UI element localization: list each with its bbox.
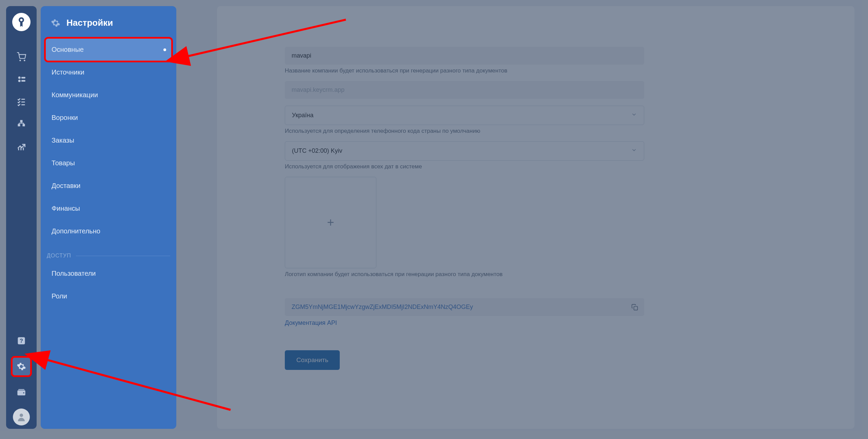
access-section-label: ДОСТУП	[41, 243, 176, 262]
rail-orders-icon[interactable]	[12, 47, 31, 66]
svg-point-3	[18, 77, 21, 79]
settings-form-card: Название компании будет использоваться п…	[217, 6, 854, 429]
settings-item-5[interactable]: Товары	[45, 152, 172, 174]
svg-point-1	[20, 60, 20, 61]
company-name-help: Название компании будет использоваться п…	[285, 67, 644, 74]
chevron-down-icon	[631, 111, 637, 119]
settings-item-7[interactable]: Финансы	[45, 197, 172, 220]
api-key-field	[285, 298, 625, 316]
rail-user-avatar[interactable]	[13, 409, 30, 425]
svg-text:?: ?	[20, 338, 23, 344]
rail-chats-icon[interactable]	[12, 70, 31, 89]
svg-rect-6	[21, 80, 25, 82]
settings-item-8[interactable]: Дополнительно	[45, 220, 172, 243]
chevron-down-icon	[631, 147, 637, 155]
svg-rect-0	[634, 306, 638, 310]
access-item-1[interactable]: Роли	[45, 285, 172, 308]
timezone-select-value: (UTC +02:00) Kyiv	[292, 147, 342, 154]
svg-point-5	[18, 80, 21, 82]
settings-panel-title: Настройки	[66, 18, 113, 28]
logo-upload[interactable]: +	[285, 177, 376, 268]
timezone-select[interactable]: (UTC +02:00) Kyiv	[285, 141, 644, 161]
rail-analytics-icon[interactable]	[12, 137, 31, 156]
main-content: Название компании будет использоваться п…	[183, 6, 854, 429]
company-name-input[interactable]	[285, 47, 644, 65]
settings-item-0[interactable]: Основные	[45, 38, 172, 61]
rail-help-icon[interactable]: ?	[12, 331, 31, 350]
copy-api-key-button[interactable]	[625, 298, 644, 316]
country-help: Используется для определения телефонного…	[285, 128, 644, 134]
settings-items-list: ОсновныеИсточникиКоммуникацииВоронкиЗака…	[41, 38, 176, 243]
settings-item-4[interactable]: Заказы	[45, 129, 172, 152]
save-button[interactable]: Сохранить	[285, 350, 340, 370]
access-items-list: ПользователиРоли	[41, 262, 176, 308]
rail-settings-icon[interactable]	[12, 357, 31, 376]
settings-panel-header: Настройки	[41, 18, 176, 38]
country-select[interactable]: Україна	[285, 106, 644, 125]
svg-rect-4	[21, 77, 25, 79]
rail-wallet-icon[interactable]	[12, 383, 31, 402]
access-item-0[interactable]: Пользователи	[45, 262, 172, 285]
settings-item-3[interactable]: Воронки	[45, 106, 172, 129]
domain-input	[285, 81, 644, 99]
rail-tasks-icon[interactable]	[12, 92, 31, 111]
icon-rail: ?	[6, 6, 37, 429]
svg-rect-11	[18, 124, 20, 126]
copy-icon	[631, 304, 638, 311]
gear-icon	[51, 18, 60, 28]
svg-rect-10	[20, 120, 23, 122]
country-select-value: Україна	[292, 112, 313, 119]
svg-rect-12	[23, 124, 25, 126]
svg-point-2	[24, 60, 25, 61]
api-doc-link[interactable]: Документация API	[285, 319, 337, 327]
settings-item-1[interactable]: Источники	[45, 61, 172, 84]
settings-submenu-panel: Настройки ОсновныеИсточникиКоммуникацииВ…	[41, 6, 176, 429]
logo-help: Логотип компании будет использоваться пр…	[285, 271, 644, 278]
rail-products-icon[interactable]	[12, 114, 31, 133]
svg-point-22	[20, 414, 23, 417]
app-logo[interactable]	[12, 13, 31, 31]
settings-item-6[interactable]: Доставки	[45, 174, 172, 197]
timezone-help: Используется для отображения всех дат в …	[285, 163, 644, 170]
settings-item-2[interactable]: Коммуникации	[45, 84, 172, 106]
plus-icon: +	[327, 215, 334, 230]
